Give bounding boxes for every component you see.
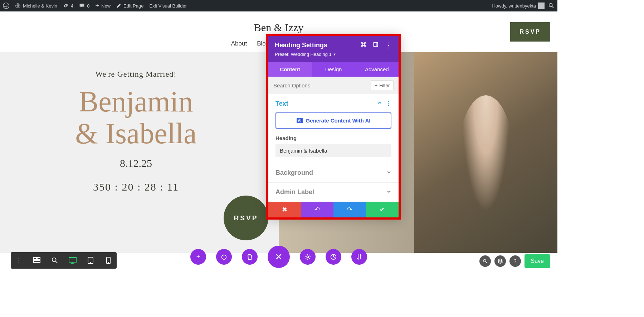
settings-button[interactable] bbox=[300, 249, 316, 265]
add-button[interactable]: + bbox=[190, 249, 206, 265]
generate-ai-button[interactable]: AI Generate Content With AI bbox=[275, 112, 391, 129]
preset-dropdown-icon: ▼ bbox=[333, 53, 336, 56]
phone-view-icon[interactable] bbox=[102, 254, 114, 266]
desktop-view-icon[interactable] bbox=[67, 254, 79, 266]
svg-point-17 bbox=[307, 256, 308, 258]
builder-action-bar: + ✕ bbox=[190, 246, 367, 268]
rsvp-circle-button[interactable]: RSVP bbox=[224, 196, 268, 240]
toolbar-more-icon[interactable]: ⋮ bbox=[13, 254, 25, 266]
exit-visual-builder[interactable]: Exit Visual Builder bbox=[149, 3, 187, 9]
svg-rect-3 bbox=[362, 43, 365, 45]
panel-body: Text ⋮ AI Generate Content With AI Headi… bbox=[268, 94, 399, 202]
heading-input[interactable] bbox=[275, 144, 391, 157]
view-toolbar: ⋮ bbox=[11, 252, 117, 269]
svg-point-2 bbox=[549, 4, 552, 7]
section-admin-label-text: Admin Label bbox=[275, 188, 314, 196]
cancel-button[interactable]: ✖ bbox=[268, 202, 301, 217]
new-content-link[interactable]: + New bbox=[96, 2, 111, 10]
svg-point-14 bbox=[108, 262, 109, 263]
wp-admin-bar: Michelle & Kevin 4 0 + New Edit Page Exi… bbox=[0, 0, 557, 11]
howdy-user[interactable]: Howdy, writtenbyekta bbox=[492, 3, 545, 9]
sort-button[interactable] bbox=[351, 249, 367, 265]
tab-advanced[interactable]: Advanced bbox=[355, 62, 399, 77]
section-more-icon[interactable]: ⋮ bbox=[386, 100, 391, 107]
search-input[interactable] bbox=[273, 82, 371, 88]
edit-page-label: Edit Page bbox=[123, 3, 143, 9]
svg-rect-4 bbox=[374, 42, 377, 46]
svg-rect-10 bbox=[69, 258, 76, 262]
bride-figure bbox=[457, 95, 514, 231]
delete-button[interactable] bbox=[242, 249, 258, 265]
redo-button[interactable]: ↷ bbox=[333, 202, 366, 217]
plus-icon: + bbox=[375, 82, 377, 88]
comments-link[interactable]: 0 bbox=[79, 3, 89, 9]
filter-button[interactable]: + Filter bbox=[371, 80, 394, 90]
hero-image-area bbox=[414, 52, 557, 253]
panel-header[interactable]: Heading Settings ⋮ Preset: Wedding Headi… bbox=[268, 36, 399, 62]
ai-badge-icon: AI bbox=[297, 118, 303, 123]
tagline-text: We're Getting Married! bbox=[14, 69, 258, 79]
heading-field-label: Heading bbox=[275, 135, 391, 141]
section-text: Text ⋮ AI Generate Content With AI Headi… bbox=[268, 94, 399, 163]
right-tools: ? Save bbox=[479, 254, 550, 268]
snap-icon[interactable] bbox=[373, 42, 379, 49]
chevron-up-icon[interactable] bbox=[377, 100, 382, 107]
tab-design[interactable]: Design bbox=[312, 62, 355, 77]
section-background-label: Background bbox=[275, 169, 313, 177]
svg-rect-6 bbox=[34, 258, 36, 260]
user-avatar-icon bbox=[538, 3, 545, 9]
countdown-timer: 350 : 20 : 28 : 11 bbox=[14, 181, 258, 193]
expand-icon[interactable] bbox=[361, 42, 366, 49]
tab-content[interactable]: Content bbox=[268, 62, 312, 77]
nav-about[interactable]: About bbox=[231, 40, 247, 47]
updates-link[interactable]: 4 bbox=[63, 3, 73, 9]
page-title: Ben & Izzy bbox=[0, 21, 557, 34]
preset-label: Preset: Wedding Heading 1 bbox=[275, 52, 332, 57]
svg-point-12 bbox=[90, 262, 91, 263]
power-button[interactable] bbox=[216, 249, 232, 265]
panel-title: Heading Settings bbox=[275, 42, 327, 49]
wp-logo-icon[interactable] bbox=[3, 3, 9, 9]
layers-icon[interactable] bbox=[494, 255, 506, 267]
help-icon[interactable]: ? bbox=[509, 255, 521, 267]
section-text-label: Text bbox=[275, 100, 288, 107]
undo-button[interactable]: ↶ bbox=[301, 202, 333, 217]
rsvp-button[interactable]: RSVP bbox=[510, 22, 550, 42]
site-name-text: Michelle & Kevin bbox=[23, 3, 57, 9]
ai-button-label: Generate Content With AI bbox=[306, 117, 371, 124]
section-text-header[interactable]: Text ⋮ bbox=[275, 100, 391, 107]
tablet-view-icon[interactable] bbox=[84, 254, 97, 266]
find-icon[interactable] bbox=[479, 255, 491, 267]
svg-point-9 bbox=[52, 258, 56, 262]
comments-count: 0 bbox=[87, 3, 89, 9]
hero-content: We're Getting Married! Benjamin & Isabel… bbox=[14, 52, 258, 193]
svg-rect-7 bbox=[37, 258, 40, 260]
save-button[interactable]: Save bbox=[525, 254, 550, 268]
new-label: New bbox=[101, 3, 111, 9]
section-admin-label[interactable]: Admin Label bbox=[268, 183, 399, 202]
search-options-row: + Filter bbox=[268, 77, 399, 94]
svg-rect-8 bbox=[34, 260, 40, 263]
history-button[interactable] bbox=[326, 249, 341, 265]
confirm-button[interactable]: ✔ bbox=[366, 202, 399, 217]
svg-point-19 bbox=[483, 259, 486, 262]
site-name-link[interactable]: Michelle & Kevin bbox=[15, 3, 57, 9]
section-background[interactable]: Background bbox=[268, 163, 399, 183]
filter-label: Filter bbox=[379, 83, 390, 88]
edit-page-link[interactable]: Edit Page bbox=[116, 3, 143, 9]
more-icon[interactable]: ⋮ bbox=[385, 41, 392, 49]
wedding-date: 8.12.25 bbox=[14, 157, 258, 169]
updates-count: 4 bbox=[71, 3, 73, 9]
wireframe-icon[interactable] bbox=[31, 254, 43, 266]
admin-search-icon[interactable] bbox=[548, 3, 555, 9]
close-builder-button[interactable]: ✕ bbox=[268, 246, 290, 268]
preset-selector[interactable]: Preset: Wedding Heading 1 ▼ bbox=[275, 52, 392, 57]
couple-heading[interactable]: Benjamin & Isabella bbox=[14, 86, 258, 149]
chevron-down-icon bbox=[386, 189, 391, 195]
zoom-icon[interactable] bbox=[49, 254, 61, 266]
howdy-text: Howdy, writtenbyekta bbox=[492, 3, 536, 9]
settings-tabs: Content Design Advanced bbox=[268, 62, 399, 77]
heading-settings-panel: Heading Settings ⋮ Preset: Wedding Headi… bbox=[266, 34, 401, 220]
panel-footer: ✖ ↶ ↷ ✔ bbox=[268, 202, 399, 217]
chevron-down-icon bbox=[386, 170, 391, 176]
